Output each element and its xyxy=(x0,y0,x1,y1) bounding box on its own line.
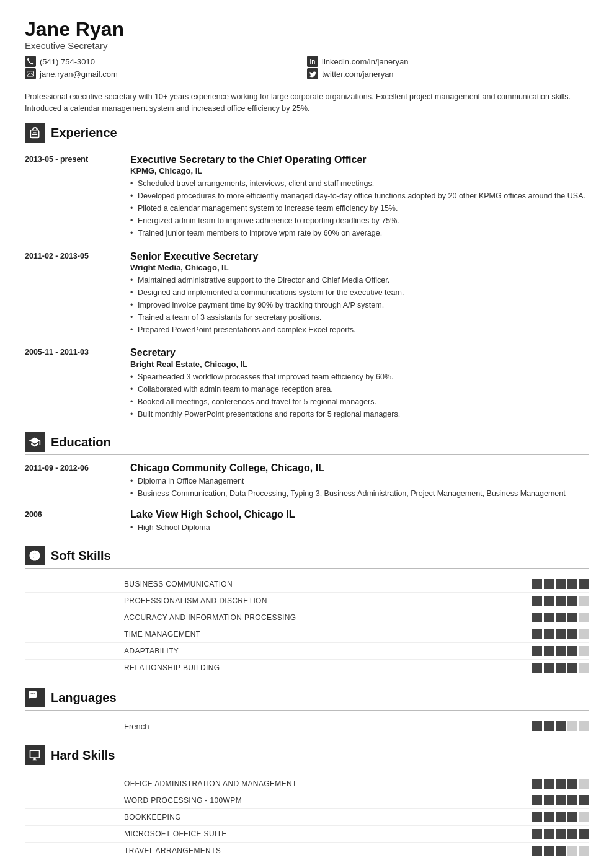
education-entry: 2011-09 - 2012-06Chicago Community Colle… xyxy=(25,463,589,500)
dot-empty xyxy=(567,846,577,856)
candidate-title: Executive Secretary xyxy=(25,40,589,51)
languages-header: Languages xyxy=(25,688,589,711)
exp-bullet: Piloted a calendar management system to … xyxy=(130,203,589,214)
dot-filled xyxy=(556,721,566,731)
exp-bullet: Designed and implemented a communication… xyxy=(130,287,589,298)
dot-filled xyxy=(544,779,554,789)
hard-skills-icon xyxy=(25,745,45,765)
svg-rect-1 xyxy=(32,134,37,135)
edu-school: Lake View High School, Chicago IL xyxy=(130,509,589,520)
experience-header: Experience xyxy=(25,123,589,146)
dot-filled xyxy=(544,646,554,656)
skill-row: TRAVEL ARRANGEMENTS xyxy=(25,843,589,859)
dot-empty xyxy=(579,629,589,639)
svg-rect-0 xyxy=(33,132,37,133)
soft-skills-header: Soft Skills xyxy=(25,546,589,569)
exp-bullet: Collaborated with admin team to manage r… xyxy=(130,384,589,395)
skill-name: ADAPTABILITY xyxy=(25,647,532,655)
exp-bullet: Scheduled travel arrangements, interview… xyxy=(130,178,589,189)
dot-filled xyxy=(556,646,566,656)
dot-filled xyxy=(556,663,566,673)
edu-school: Chicago Community College, Chicago, IL xyxy=(130,463,589,474)
exp-bullet: Spearheaded 3 workflow processes that im… xyxy=(130,371,589,383)
skill-name: TIME MANAGEMENT xyxy=(25,630,532,639)
dot-filled xyxy=(556,779,566,789)
edu-date: 2011-09 - 2012-06 xyxy=(25,463,124,500)
twitter-icon xyxy=(307,68,318,79)
skill-row: PROFESSIONALISM AND DISCRETION xyxy=(25,593,589,609)
exp-bullet: Improved invoice payment time by 90% by … xyxy=(130,299,589,311)
language-dots xyxy=(532,721,589,731)
soft-skills-icon xyxy=(25,546,45,565)
dot-filled xyxy=(556,812,566,822)
education-title: Education xyxy=(51,435,111,450)
phone-icon xyxy=(25,56,36,67)
dot-filled xyxy=(544,829,554,839)
experience-title: Experience xyxy=(51,126,117,140)
exp-bullet: Trained junior team members to improve w… xyxy=(130,228,589,239)
dot-filled xyxy=(567,596,577,606)
skill-name: BOOKKEEPING xyxy=(25,813,532,822)
dot-filled xyxy=(544,629,554,639)
exp-bullet: Maintained administrative support to the… xyxy=(130,275,589,286)
dot-empty xyxy=(579,812,589,822)
dot-filled xyxy=(567,629,577,639)
dot-filled xyxy=(532,579,542,589)
languages-section: Languages French xyxy=(25,688,589,734)
experience-entry: 2013-05 - presentExecutive Secretary to … xyxy=(25,154,589,241)
skill-row: MICROSOFT OFFICE SUITE xyxy=(25,826,589,843)
exp-date: 2011-02 - 2013-05 xyxy=(25,250,124,337)
education-list: 2011-09 - 2012-06Chicago Community Colle… xyxy=(25,463,589,534)
education-section: Education 2011-09 - 2012-06Chicago Commu… xyxy=(25,432,589,534)
skill-row: BUSINESS COMMUNICATION xyxy=(25,576,589,593)
experience-section: Experience 2013-05 - presentExecutive Se… xyxy=(25,123,589,421)
hard-skills-section: Hard Skills OFFICE ADMINISTRATION AND MA… xyxy=(25,745,589,859)
dot-filled xyxy=(556,795,566,805)
exp-company: Bright Real Estate, Chicago, IL xyxy=(130,360,589,369)
skill-row: RELATIONSHIP BUILDING xyxy=(25,660,589,676)
exp-bullet: Booked all meetings, conferences and tra… xyxy=(130,396,589,407)
dot-filled xyxy=(579,795,589,805)
linkedin-contact: in linkedin.com/in/janeryan xyxy=(307,56,589,67)
dot-empty xyxy=(579,646,589,656)
dot-filled xyxy=(532,721,542,731)
education-header: Education xyxy=(25,432,589,455)
exp-bullet: Trained a team of 3 assistants for secre… xyxy=(130,312,589,323)
edu-bullet: Business Communication, Data Processing,… xyxy=(130,488,589,499)
dot-filled xyxy=(556,579,566,589)
exp-bullet: Built monthly PowerPoint presentations a… xyxy=(130,409,589,420)
dot-filled xyxy=(532,663,542,673)
dot-filled xyxy=(544,579,554,589)
dot-filled xyxy=(556,629,566,639)
skill-name: PROFESSIONALISM AND DISCRETION xyxy=(25,596,532,605)
skill-name: BUSINESS COMMUNICATION xyxy=(25,580,532,588)
candidate-name: Jane Ryan xyxy=(25,19,589,40)
skill-dots xyxy=(532,795,589,805)
skill-dots xyxy=(532,579,589,589)
skill-row: WORD PROCESSING - 100WPM xyxy=(25,792,589,809)
dot-filled xyxy=(532,795,542,805)
dot-filled xyxy=(532,812,542,822)
dot-empty xyxy=(579,846,589,856)
dot-filled xyxy=(544,846,554,856)
skill-row: OFFICE ADMINISTRATION AND MANAGEMENT xyxy=(25,776,589,792)
dot-empty xyxy=(567,721,577,731)
skill-name: ACCURACY AND INFORMATION PROCESSING xyxy=(25,613,532,622)
hard-skills-list: OFFICE ADMINISTRATION AND MANAGEMENTWORD… xyxy=(25,776,589,859)
soft-skills-section: Soft Skills BUSINESS COMMUNICATIONPROFES… xyxy=(25,546,589,676)
summary-text: Professional executive secretary with 10… xyxy=(25,86,589,115)
exp-job-title: Executive Secretary to the Chief Operati… xyxy=(130,154,589,166)
skill-dots xyxy=(532,613,589,622)
skill-dots xyxy=(532,663,589,673)
dot-empty xyxy=(579,721,589,731)
education-icon xyxy=(25,432,45,452)
edu-date: 2006 xyxy=(25,509,124,534)
skill-row: BOOKKEEPING xyxy=(25,809,589,826)
dot-filled xyxy=(532,829,542,839)
skill-row: TIME MANAGEMENT xyxy=(25,626,589,643)
languages-icon xyxy=(25,688,45,707)
exp-company: Wright Media, Chicago, IL xyxy=(130,263,589,272)
linkedin-value: linkedin.com/in/janeryan xyxy=(322,57,408,66)
dot-filled xyxy=(532,613,542,622)
dot-filled xyxy=(567,829,577,839)
